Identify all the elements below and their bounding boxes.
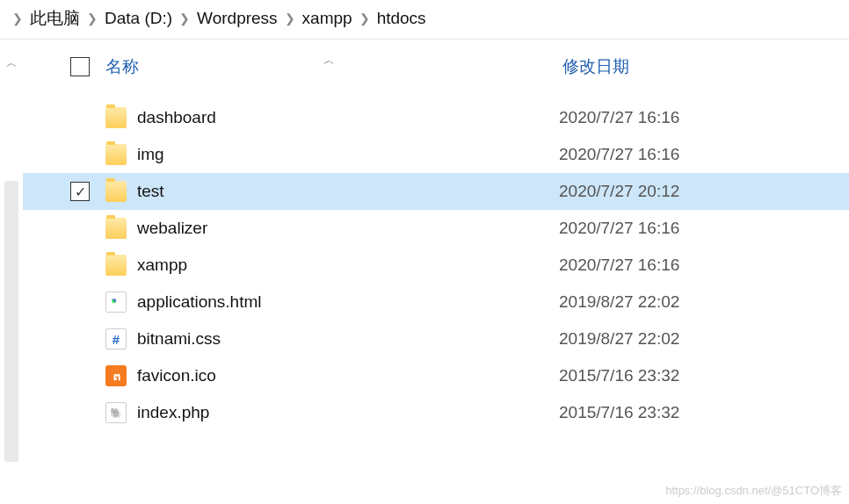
file-name: webalizer [137,219,559,238]
file-row[interactable]: ✓dashboard2020/7/27 16:16 [23,99,849,136]
file-name: xampp [137,256,559,275]
file-date: 2020/7/27 16:16 [559,256,679,275]
ico-file-icon: ຕ [105,365,127,386]
file-row[interactable]: ✓xampp2020/7/27 16:16 [23,247,849,284]
file-name: applications.html [137,292,559,312]
file-name: index.php [137,403,559,422]
chevron-right-icon: ❯ [12,11,23,25]
chevron-right-icon: ❯ [359,11,370,25]
row-checkbox[interactable]: ✓ [70,182,90,201]
chevron-right-icon: ❯ [87,11,98,25]
folder-icon [105,144,127,165]
file-date: 2020/7/27 16:16 [559,219,679,238]
chevron-right-icon: ❯ [285,11,295,25]
folder-icon [105,181,127,202]
column-header-row: 名称 修改日期 [23,40,849,94]
file-date: 2015/7/16 23:32 [559,403,679,422]
file-row[interactable]: ✓test2020/7/27 20:12 [23,173,849,210]
column-header-date[interactable]: 修改日期 [562,55,849,78]
watermark: https://blog.csdn.net/@51CTO博客 [665,483,842,499]
file-row[interactable]: ✓applications.html2019/8/27 22:02 [23,284,849,320]
folder-icon [105,255,127,276]
file-name: dashboard [137,108,559,127]
scroll-up-icon[interactable]: ︿ [6,55,18,71]
folder-icon [105,218,127,239]
css-file-icon: # [105,328,127,349]
crumb-pc[interactable]: 此电脑 [30,7,80,30]
php-file-icon: 🐘 [105,402,127,423]
file-row[interactable]: ✓ຕfavicon.ico2015/7/16 23:32 [23,357,849,394]
html-file-icon [105,292,127,313]
crumb-data[interactable]: Data (D:) [105,9,172,28]
scroll-track[interactable] [4,181,18,462]
file-date: 2020/7/27 16:16 [559,145,679,164]
file-row[interactable]: ✓webalizer2020/7/27 16:16 [23,210,849,247]
file-row[interactable]: ✓#bitnami.css2019/8/27 22:02 [23,320,849,357]
scrollbar[interactable]: ︿ [0,40,23,503]
file-name: test [137,182,559,201]
file-date: 2020/7/27 20:12 [559,182,679,201]
file-name: bitnami.css [137,329,559,349]
file-date: 2019/8/27 22:02 [559,292,679,312]
file-row[interactable]: ✓🐘index.php2015/7/16 23:32 [23,394,849,431]
select-all-checkbox[interactable] [70,57,90,76]
file-name: favicon.ico [137,366,559,385]
chevron-right-icon: ❯ [179,11,190,25]
file-row[interactable]: ✓img2020/7/27 16:16 [23,136,849,173]
crumb-xampp[interactable]: xampp [302,9,352,28]
collapse-caret-icon[interactable]: ︿ [323,53,335,68]
crumb-wordpress[interactable]: Wordpress [197,9,278,28]
file-list: ✓dashboard2020/7/27 16:16✓img2020/7/27 1… [23,94,849,431]
folder-icon [105,107,127,128]
file-date: 2015/7/16 23:32 [559,366,679,385]
breadcrumb[interactable]: ❯ 此电脑 ❯ Data (D:) ❯ Wordpress ❯ xampp ❯ … [0,0,849,40]
crumb-htdocs[interactable]: htdocs [377,9,426,28]
file-name: img [137,145,559,164]
file-date: 2020/7/27 16:16 [559,108,679,127]
file-date: 2019/8/27 22:02 [559,329,679,349]
